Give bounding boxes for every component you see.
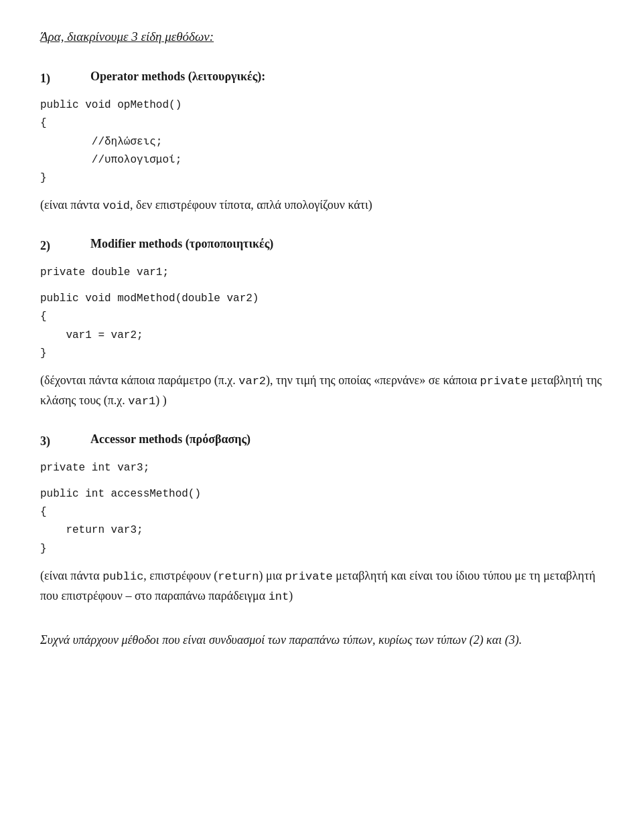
section-2-note: (δέχονται πάντα κάποια παράμετρο (π.χ. v… <box>40 371 603 411</box>
section-1-note-text1: (είναι πάντα <box>40 198 102 212</box>
section-3-note-part1: (είναι πάντα <box>40 569 102 582</box>
section-1: 1) Operator methods (λειτουργικές): publ… <box>40 67 603 216</box>
section-2-note-code2: private <box>480 375 528 388</box>
section-3-code1: private int var3; <box>40 459 603 477</box>
section-2-note-code1: var2 <box>238 375 266 388</box>
section-3: 3) Accessor methods (πρόσβασης) private … <box>40 430 603 606</box>
section-3-header: 3) Accessor methods (πρόσβασης) <box>40 430 603 451</box>
section-3-title: Accessor methods (πρόσβασης) <box>90 432 251 446</box>
section-1-header: 1) Operator methods (λειτουργικές): <box>40 67 603 88</box>
section-3-note: (είναι πάντα public, επιστρέφουν (return… <box>40 566 603 606</box>
section-3-number: 3) <box>40 430 90 451</box>
section-1-number: 1) <box>40 67 90 88</box>
section-2-note-part2: ), την τιμή της οποίας «περνάνε» σε κάπο… <box>266 373 480 387</box>
section-1-note: (είναι πάντα void, δεν επιστρέφουν τίποτ… <box>40 195 603 216</box>
section-1-title: Operator methods (λειτουργικές): <box>90 70 265 83</box>
section-2-title: Modifier methods (τροποποιητικές) <box>90 237 273 250</box>
section-2-note-part4: ) ) <box>155 394 167 407</box>
section-2-note-part1: (δέχονται πάντα κάποια παράμετρο (π.χ. <box>40 373 238 387</box>
section-3-note-part3: ) μια <box>259 569 285 582</box>
section-3-note-part2: , επιστρέφουν ( <box>143 569 218 582</box>
section-3-note-code1: public <box>102 570 143 583</box>
section-2-number: 2) <box>40 234 90 256</box>
section-2-note-code3: var1 <box>128 395 155 408</box>
main-heading: Άρα, διακρίνουμε 3 είδη μεθόδων: <box>40 27 603 47</box>
section-1-note-text2: , δεν επιστρέφουν τίποτα, απλά υπολογίζο… <box>130 198 372 212</box>
section-2-code2: public void modMethod(double var2) { var… <box>40 290 603 363</box>
page-content: Άρα, διακρίνουμε 3 είδη μεθόδων: 1) Oper… <box>40 27 603 651</box>
section-3-note-part5: ) <box>289 589 293 602</box>
section-3-note-code4: int <box>269 590 289 603</box>
bottom-note: Συχνά υπάρχουν μέθοδοι που είναι συνδυασ… <box>40 631 603 651</box>
section-2-code1: private double var1; <box>40 264 603 282</box>
section-3-note-code3: private <box>285 570 332 583</box>
section-1-code: public void opMethod() { //δηλώσεις; //υ… <box>40 96 603 187</box>
section-2-header: 2) Modifier methods (τροποποιητικές) <box>40 234 603 256</box>
section-3-note-code2: return <box>218 570 259 583</box>
section-3-code2: public int accessMethod() { return var3;… <box>40 485 603 558</box>
section-2: 2) Modifier methods (τροποποιητικές) pri… <box>40 234 603 411</box>
section-1-note-code1: void <box>102 199 130 212</box>
